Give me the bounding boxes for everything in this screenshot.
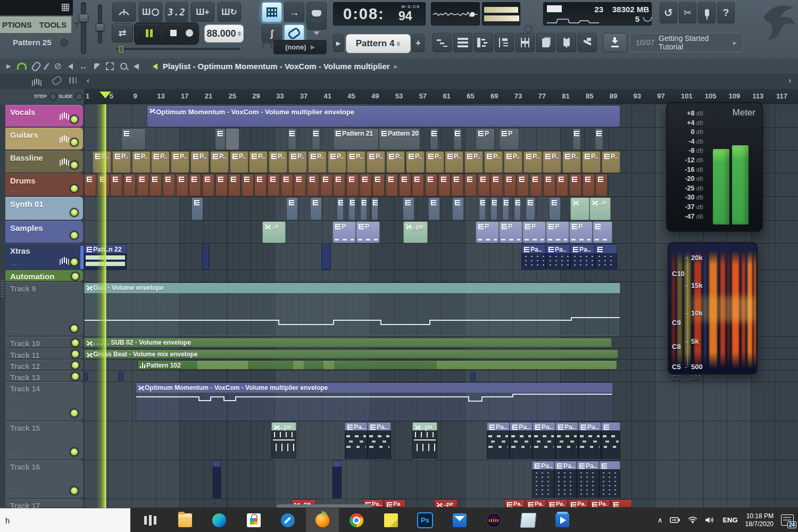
slip-tool-icon[interactable] bbox=[94, 63, 99, 70]
clip-brown[interactable] bbox=[491, 174, 503, 196]
clip-blue[interactable] bbox=[452, 197, 464, 220]
track-header-bassline[interactable]: Bassline··· bbox=[5, 151, 83, 172]
scroll-left-icon[interactable]: ‹ bbox=[87, 76, 89, 85]
clip-purpT[interactable] bbox=[599, 461, 620, 498]
menu-help[interactable]: ? bbox=[74, 20, 79, 29]
clip-p[interactable]: P bbox=[332, 221, 356, 243]
browser-toggle-button[interactable] bbox=[495, 33, 514, 52]
clip-brown[interactable] bbox=[399, 174, 411, 196]
clip-brown[interactable] bbox=[438, 174, 451, 196]
clip-pa-[interactable]: Pa.. bbox=[368, 422, 391, 460]
clip-brown[interactable] bbox=[176, 174, 188, 196]
clip-brown[interactable] bbox=[360, 174, 372, 196]
clip-p[interactable]: P bbox=[522, 221, 546, 243]
taskbar-audacity[interactable] bbox=[477, 508, 510, 532]
clip-p-[interactable]: P.. bbox=[269, 151, 287, 173]
arrow-next-button[interactable]: → bbox=[284, 2, 304, 22]
tempo-display[interactable]: 88.000 bbox=[204, 24, 244, 43]
language-indicator[interactable]: ENG bbox=[722, 516, 737, 524]
taskbar-fl-studio[interactable] bbox=[306, 508, 339, 532]
track-header-track-10[interactable]: Track 10 bbox=[5, 337, 83, 347]
track-led[interactable] bbox=[71, 361, 80, 370]
clip-p-[interactable]: P.. bbox=[190, 151, 209, 173]
clip-blue[interactable] bbox=[286, 197, 298, 220]
automation-link-icon[interactable] bbox=[51, 75, 63, 86]
clip-brown[interactable] bbox=[543, 174, 555, 196]
pattern-plus-button[interactable]: + bbox=[412, 34, 425, 52]
playlist-titlebar[interactable]: ▶ ⊘ ↔ Playlist - Optimum Momentum - VoxC… bbox=[0, 59, 798, 74]
track-led[interactable] bbox=[71, 350, 80, 359]
clip-p[interactable]: P bbox=[499, 221, 522, 243]
track-options-dots[interactable]: ··· bbox=[12, 451, 21, 458]
clip-pa-[interactable]: Pa.. bbox=[554, 461, 577, 498]
track-options-dots[interactable]: ··· bbox=[12, 235, 21, 241]
clip-p-[interactable]: P.. bbox=[210, 151, 229, 173]
track-options-dots[interactable]: ··· bbox=[12, 142, 21, 148]
pause-button[interactable] bbox=[136, 24, 162, 42]
clip-gray[interactable] bbox=[288, 128, 296, 150]
pattern-spinner[interactable] bbox=[396, 41, 401, 47]
taskbar-file-explorer[interactable] bbox=[169, 508, 202, 532]
clip-pa-[interactable]: Pa.. bbox=[532, 461, 554, 498]
track-led[interactable] bbox=[70, 115, 79, 124]
battery-icon[interactable] bbox=[670, 517, 680, 523]
taskbar-edge[interactable] bbox=[203, 508, 236, 532]
clip-blue[interactable] bbox=[371, 197, 378, 220]
clip-p-[interactable]: P.. bbox=[562, 151, 581, 173]
track-header-track-9[interactable]: Track 9··· bbox=[5, 282, 83, 336]
volume-icon[interactable] bbox=[705, 517, 715, 523]
clip-brown[interactable] bbox=[556, 174, 568, 196]
clip-pa-[interactable]: Pa. bbox=[504, 500, 525, 508]
clip-gray[interactable] bbox=[572, 128, 581, 150]
track-options-dots[interactable]: ··· bbox=[12, 261, 21, 268]
clip-navy[interactable] bbox=[595, 244, 617, 270]
playlist-scroll-strip[interactable]: ‹ › bbox=[0, 74, 798, 89]
record-button[interactable] bbox=[179, 23, 200, 43]
clip-brown[interactable] bbox=[307, 174, 319, 196]
track-led[interactable] bbox=[71, 272, 80, 281]
clip-blue[interactable] bbox=[192, 197, 203, 220]
clip-pa-[interactable]: Pa.. bbox=[345, 422, 368, 460]
clip-blue[interactable] bbox=[526, 197, 535, 220]
track-header-vocals[interactable]: Vocals··· bbox=[5, 105, 83, 127]
clip-brown[interactable] bbox=[372, 174, 385, 196]
tempo-spinner[interactable] bbox=[237, 31, 242, 37]
clip--pe[interactable]: ..pe bbox=[412, 422, 437, 460]
clip-pa-[interactable]: Pa. bbox=[547, 500, 568, 508]
slide-toggle[interactable] bbox=[75, 93, 83, 101]
clip--pe[interactable]: ..pe bbox=[434, 500, 458, 508]
taskbar-movies[interactable] bbox=[546, 508, 579, 532]
clip-purpT[interactable] bbox=[601, 422, 620, 460]
clip-p-[interactable]: P.. bbox=[464, 151, 483, 173]
track-header-track-16[interactable]: Track 16··· bbox=[5, 460, 83, 498]
taskbar-chrome[interactable] bbox=[340, 508, 373, 532]
select-tool-icon[interactable] bbox=[106, 62, 114, 70]
playlist-title-arrow[interactable]: ▸ bbox=[394, 62, 398, 70]
oscilloscope-panel[interactable] bbox=[431, 2, 480, 26]
clip-brown[interactable] bbox=[281, 174, 293, 196]
slice-tool-icon[interactable] bbox=[44, 62, 49, 70]
track-options-dots[interactable]: ··· bbox=[12, 188, 21, 194]
clip--pe[interactable]: ..pe bbox=[271, 422, 296, 460]
clip-blue[interactable] bbox=[360, 197, 367, 220]
clip-pa-[interactable]: Pa.. bbox=[546, 244, 570, 270]
clip-brown[interactable] bbox=[137, 174, 149, 196]
taskbar-sticky-notes[interactable] bbox=[375, 508, 408, 532]
pedal-dropdown-icon[interactable] bbox=[313, 31, 320, 35]
preview-tool-icon[interactable] bbox=[134, 63, 139, 70]
notification-icon[interactable]: 24 bbox=[781, 514, 794, 526]
clip-pa-[interactable]: Pa.. bbox=[570, 244, 595, 270]
clip-p-[interactable]: P.. bbox=[249, 151, 268, 173]
clip-navysm[interactable] bbox=[321, 244, 331, 270]
track-header-track-14[interactable]: Track 14··· bbox=[5, 382, 83, 420]
clip-blue[interactable] bbox=[514, 197, 521, 220]
track-led[interactable] bbox=[70, 257, 79, 267]
clip-brown[interactable] bbox=[595, 174, 608, 196]
clip-navysm[interactable] bbox=[202, 244, 209, 270]
slide-tool-button[interactable] bbox=[112, 2, 136, 22]
track-led[interactable] bbox=[70, 161, 79, 170]
spectrogram-panel[interactable]: 20k15k10k5k500C10C9C8C5 bbox=[668, 242, 758, 375]
clip-navysm2[interactable] bbox=[332, 461, 342, 498]
clip-pattern-21[interactable]: Pattern 21 bbox=[333, 128, 379, 150]
clip-guit-volume-envelope[interactable]: Guit - Volume envelope bbox=[84, 282, 620, 336]
